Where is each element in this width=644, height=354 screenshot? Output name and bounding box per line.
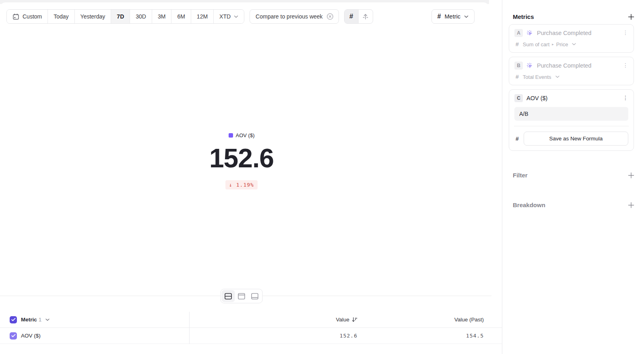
chevron-down-icon bbox=[555, 76, 559, 78]
layout-toggle-group bbox=[221, 289, 263, 303]
value-past-header-cell[interactable]: Value (Past) bbox=[357, 317, 502, 323]
split-view-button[interactable] bbox=[222, 290, 235, 302]
date-range-6m[interactable]: 6M bbox=[171, 10, 191, 23]
chart-only-view-button[interactable] bbox=[235, 290, 248, 302]
value-cell: 152.6 bbox=[189, 333, 357, 339]
autocapture-sparkle-icon bbox=[526, 30, 533, 37]
top-pane-icon bbox=[238, 293, 246, 300]
autocapture-sparkle-icon bbox=[526, 62, 533, 69]
split-view-icon bbox=[225, 293, 232, 300]
value-past-header-label: Value (Past) bbox=[454, 317, 484, 323]
hash-icon: # bbox=[438, 13, 441, 20]
metric-card-b-header: B Purchase Completed ⋮ bbox=[514, 62, 628, 70]
query-sidebar: Metrics A Purchase Completed ⋮ # Sum of … bbox=[502, 0, 644, 354]
delta-badge: ↓ 1.19% bbox=[225, 180, 258, 189]
date-range-7d[interactable]: 7D bbox=[111, 10, 130, 23]
value-display-toggle: # bbox=[344, 9, 373, 24]
add-breakdown-icon[interactable] bbox=[628, 202, 634, 208]
formula-name[interactable]: AOV ($) bbox=[526, 95, 619, 101]
value-header-label: Value bbox=[336, 317, 349, 323]
date-range-6m-label: 6M bbox=[177, 13, 185, 20]
metrics-section-header: Metrics bbox=[513, 13, 634, 20]
value-header-cell[interactable]: Value bbox=[189, 317, 357, 323]
metric-b-event-name[interactable]: Purchase Completed bbox=[537, 62, 619, 69]
metric-card-b-aggregation[interactable]: # Total Events bbox=[514, 74, 628, 80]
number-view-button[interactable]: # bbox=[345, 10, 359, 23]
chevron-down-icon bbox=[464, 15, 469, 18]
metric-header-text: Metric bbox=[21, 317, 37, 323]
aggregation-label: Sum of cart bbox=[523, 41, 549, 47]
date-range-30d-label: 30D bbox=[136, 13, 146, 20]
metric-header-cell: Metric1 bbox=[0, 316, 189, 323]
row-metric-name: AOV ($) bbox=[21, 333, 41, 339]
date-range-picker: Custom Today Yesterday 7D 30D 3M 6M 12M … bbox=[6, 9, 244, 24]
date-range-today[interactable]: Today bbox=[48, 10, 74, 23]
crumb-arrow-icon: ▸ bbox=[552, 42, 554, 46]
compare-chip-label: Compare to previous week bbox=[256, 13, 323, 20]
table-column-separator bbox=[189, 312, 190, 344]
add-filter-icon[interactable] bbox=[628, 172, 634, 179]
date-range-xtd[interactable]: XTD bbox=[214, 10, 244, 23]
metrics-section-title: Metrics bbox=[513, 13, 534, 20]
main-panel: Custom Today Yesterday 7D 30D 3M 6M 12M … bbox=[0, 0, 502, 354]
hash-icon: # bbox=[349, 12, 353, 21]
remove-compare-icon[interactable] bbox=[326, 13, 334, 20]
legend-swatch bbox=[229, 133, 233, 138]
date-range-30d[interactable]: 30D bbox=[130, 10, 152, 23]
date-range-custom[interactable]: Custom bbox=[7, 10, 48, 23]
date-range-xtd-label: XTD bbox=[219, 13, 231, 20]
date-range-today-label: Today bbox=[54, 13, 68, 20]
aggregation-breadcrumb: Sum of cart ▸ Price bbox=[523, 41, 568, 47]
metric-badge-a: A bbox=[514, 29, 523, 37]
card-divider bbox=[514, 126, 629, 126]
table-header-row: Metric1 Value Value (Past) bbox=[0, 312, 502, 328]
metric-header-label[interactable]: Metric1 bbox=[21, 317, 41, 323]
formula-input[interactable] bbox=[514, 107, 628, 121]
aggregation-label: Total Events bbox=[523, 74, 551, 80]
legend-label: AOV ($) bbox=[236, 132, 255, 138]
metric-card-a-header: A Purchase Completed ⋮ bbox=[514, 29, 628, 37]
toolbar: Custom Today Yesterday 7D 30D 3M 6M 12M … bbox=[6, 9, 483, 24]
numeric-type-icon: # bbox=[516, 41, 519, 47]
date-range-yesterday-label: Yesterday bbox=[80, 13, 105, 20]
kebab-menu-icon[interactable]: ⋮ bbox=[623, 97, 628, 100]
breakdown-section-title: Breakdown bbox=[513, 202, 545, 208]
filter-section-header: Filter bbox=[513, 172, 634, 179]
date-range-3m[interactable]: 3M bbox=[152, 10, 171, 23]
metric-card-a[interactable]: A Purchase Completed ⋮ # Sum of cart ▸ P… bbox=[509, 24, 634, 53]
date-range-3m-label: 3M bbox=[158, 13, 165, 20]
metric-header-index: 1 bbox=[39, 317, 42, 323]
arrow-up-from-line-icon bbox=[362, 13, 369, 20]
date-range-12m[interactable]: 12M bbox=[191, 10, 214, 23]
metric-cell: AOV ($) bbox=[0, 332, 189, 340]
metric-card-c-header: C AOV ($) ⋮ bbox=[514, 94, 628, 102]
add-metric-icon[interactable] bbox=[628, 14, 634, 20]
numeric-type-icon: # bbox=[516, 136, 519, 142]
metric-card-a-aggregation[interactable]: # Sum of cart ▸ Price bbox=[514, 41, 628, 47]
goal-view-button[interactable] bbox=[359, 10, 373, 23]
table-row: AOV ($) 152.6 154.5 bbox=[0, 328, 502, 344]
save-as-new-formula-button[interactable]: Save as New Formula bbox=[524, 132, 628, 146]
metric-card-c[interactable]: C AOV ($) ⋮ # Save as New Formula bbox=[509, 89, 634, 151]
kebab-menu-icon[interactable]: ⋮ bbox=[623, 64, 628, 67]
sort-descending-icon[interactable] bbox=[352, 317, 357, 322]
select-all-checkbox[interactable] bbox=[10, 316, 17, 323]
bottom-pane-icon bbox=[251, 293, 259, 300]
chevron-down-icon[interactable] bbox=[45, 319, 50, 321]
chart-legend: AOV ($) bbox=[229, 132, 255, 138]
row-value-past: 154.5 bbox=[466, 333, 484, 339]
report-page: Custom Today Yesterday 7D 30D 3M 6M 12M … bbox=[0, 0, 644, 354]
calendar-icon bbox=[12, 13, 19, 20]
metric-type-button[interactable]: # Metric bbox=[431, 9, 475, 24]
date-range-12m-label: 12M bbox=[197, 13, 208, 20]
table-only-view-button[interactable] bbox=[248, 290, 262, 302]
value-past-cell: 154.5 bbox=[357, 333, 502, 339]
date-range-yesterday[interactable]: Yesterday bbox=[75, 10, 111, 23]
filter-section-title: Filter bbox=[513, 172, 528, 179]
kebab-menu-icon[interactable]: ⋮ bbox=[623, 31, 628, 35]
row-checkbox[interactable] bbox=[10, 332, 17, 340]
metric-a-event-name[interactable]: Purchase Completed bbox=[537, 30, 619, 36]
metric-card-b[interactable]: B Purchase Completed ⋮ # Total Events bbox=[509, 57, 634, 85]
compare-chip[interactable]: Compare to previous week bbox=[250, 9, 339, 24]
metric-badge-c: C bbox=[514, 94, 523, 102]
